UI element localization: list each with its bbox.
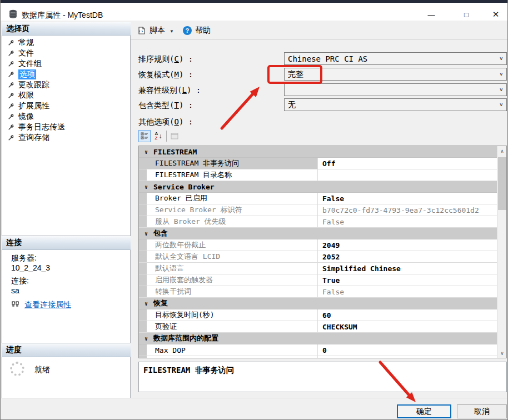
property-row[interactable]: FILESTREAM 非事务访问 Off — [139, 158, 497, 169]
clipped-row — [139, 356, 497, 358]
property-row[interactable]: 两位数年份截止 2049 — [139, 239, 497, 251]
property-row[interactable]: Service Broker 标识符 b70c72c0-fd73-4793-9e… — [139, 204, 497, 216]
progress-status: 就绪 — [34, 365, 50, 375]
wrench-icon — [8, 39, 14, 46]
collapse-icon[interactable]: ∨ — [139, 301, 153, 307]
sidebar-item-general[interactable]: 常规 — [2, 37, 130, 48]
close-button[interactable]: ✕ — [483, 6, 508, 23]
chevron-down-icon: ∨ — [499, 71, 503, 77]
divider — [1, 398, 508, 398]
category-row[interactable]: ∨ Service Broker — [139, 181, 497, 193]
wrench-icon — [8, 134, 14, 141]
containment-type-select[interactable]: 无 ∨ — [284, 98, 507, 111]
progress-header: 进度 — [2, 343, 131, 357]
property-pages-icon — [171, 133, 178, 139]
connection-value: sa — [11, 286, 130, 295]
sidebar-item-label: 镜像 — [18, 112, 34, 122]
script-button[interactable]: 脚本 — [150, 26, 165, 36]
title-bar: 数据库属性 - MyTestDB — □ ✕ — [1, 3, 508, 21]
property-row[interactable]: 默认全文语言 LCID 2052 — [139, 251, 497, 263]
sidebar-item-options[interactable]: 选项 — [2, 69, 130, 79]
server-value: 10_2_24_3 — [11, 263, 130, 272]
progress-panel: 就绪 — [2, 357, 131, 398]
collation-select[interactable]: Chinese_PRC_CI_AS ∨ — [284, 52, 507, 65]
collapse-icon[interactable]: ∨ — [139, 149, 153, 155]
cancel-button[interactable]: 取消 — [457, 404, 507, 418]
category-row[interactable]: ∨ 包含 — [139, 228, 497, 239]
sidebar-item-files[interactable]: 文件 — [2, 48, 130, 58]
wrench-icon — [8, 92, 14, 99]
chevron-down-icon: ∨ — [499, 102, 503, 107]
server-label: 服务器: — [11, 253, 130, 263]
chevron-down-icon: ∨ — [499, 87, 503, 92]
grid-scrollbar[interactable]: ∧ ∨ — [497, 146, 506, 358]
property-row[interactable]: 默认语言 Simplified Chinese — [139, 263, 497, 274]
chevron-down-icon: ∨ — [499, 56, 503, 61]
sidebar-item-filegroups[interactable]: 文件组 — [2, 58, 130, 69]
property-row[interactable]: Max DOP 0 — [139, 344, 497, 356]
connection-properties-icon — [11, 301, 20, 309]
alphabetical-sort-button[interactable]: AZ ↓ — [152, 130, 165, 142]
scroll-down-button[interactable]: ∨ — [497, 348, 507, 358]
category-row[interactable]: ∨ 恢复 — [139, 298, 497, 309]
wrench-icon — [8, 124, 14, 131]
sidebar-item-label: 更改跟踪 — [18, 80, 49, 90]
connection-label: 连接: — [11, 276, 130, 286]
database-icon — [8, 9, 18, 19]
sidebar-item-label: 文件 — [18, 48, 34, 58]
dialog-toolbar: 脚本 ▼ ? 帮助 — [131, 22, 508, 39]
property-row[interactable]: Broker 已启用 False — [139, 193, 497, 204]
category-row[interactable]: ∨ FILESTREAM — [139, 146, 497, 158]
wrench-icon — [8, 113, 14, 120]
connection-panel: 服务器: 10_2_24_3 连接: sa 查看连接属性 — [2, 250, 131, 343]
property-row[interactable]: 页验证 CHECKSUM — [139, 321, 497, 333]
recovery-model-select[interactable]: 完整 ∨ — [284, 68, 507, 81]
sidebar-item-extended-properties[interactable]: 扩展属性 — [2, 101, 130, 111]
scrollbar-thumb[interactable] — [498, 157, 506, 210]
sidebar-item-label: 常规 — [18, 38, 34, 48]
script-dropdown-icon[interactable]: ▼ — [170, 29, 174, 34]
sidebar-item-label: 文件组 — [18, 59, 42, 69]
property-row[interactable]: 目标恢复时间(秒) 60 — [139, 309, 497, 321]
collapse-icon[interactable]: ∨ — [139, 231, 153, 237]
collapse-icon[interactable]: ∨ — [139, 184, 153, 190]
window-title: 数据库属性 - MyTestDB — [22, 11, 103, 21]
database-properties-dialog: 数据库属性 - MyTestDB — □ ✕ 选择页 常规 文件 文件组 选项 … — [0, 0, 508, 420]
page-list: 常规 文件 文件组 选项 更改跟踪 权限 扩展属性 镜像 — [2, 36, 131, 236]
view-connection-properties-link[interactable]: 查看连接属性 — [24, 300, 71, 310]
sidebar-item-log-shipping[interactable]: 事务日志传送 — [2, 122, 130, 132]
categorized-view-button[interactable] — [138, 130, 151, 142]
sidebar-item-label: 选项 — [18, 69, 36, 79]
maximize-button[interactable]: □ — [454, 6, 479, 23]
wrench-icon — [8, 50, 14, 57]
ok-button[interactable]: 确定 — [397, 404, 451, 418]
compatibility-level-select[interactable]: ∨ — [284, 83, 507, 96]
help-icon: ? — [183, 26, 192, 35]
containment-type-label: 包含类型(T) : — [138, 101, 193, 111]
progress-spinner-icon — [10, 362, 24, 376]
sidebar-item-permissions[interactable]: 权限 — [2, 90, 130, 101]
property-grid: ∨ FILESTREAM FILESTREAM 非事务访问 Off FILEST… — [138, 146, 507, 358]
category-row[interactable]: ∨ 数据库范围内的配置 — [139, 333, 497, 344]
sidebar-item-change-tracking[interactable]: 更改跟踪 — [2, 79, 130, 90]
property-row[interactable]: FILESTREAM 目录名称 — [139, 169, 497, 181]
wrench-icon — [8, 61, 14, 67]
grid-toolbar: AZ ↓ — [138, 129, 205, 143]
sidebar-item-mirroring[interactable]: 镜像 — [2, 111, 130, 122]
help-button[interactable]: 帮助 — [195, 26, 211, 36]
property-pages-button — [168, 130, 181, 142]
toolbar-separator — [166, 131, 167, 142]
property-row[interactable]: 转换干扰词 False — [139, 286, 497, 298]
wrench-icon — [8, 103, 14, 109]
scroll-up-button[interactable]: ∧ — [497, 146, 507, 156]
property-row[interactable]: 启用嵌套的触发器 True — [139, 274, 497, 286]
sidebar-item-label: 权限 — [18, 91, 34, 101]
collapse-icon[interactable]: ∨ — [139, 336, 153, 342]
sidebar-item-query-store[interactable]: 查询存储 — [2, 132, 130, 143]
minimize-button[interactable]: — — [419, 6, 444, 23]
other-options-label: 其他选项(O) : — [138, 117, 193, 127]
sidebar-item-label: 查询存储 — [18, 133, 49, 143]
compatibility-level-label: 兼容性级别(L) : — [138, 86, 201, 96]
wrench-icon — [8, 71, 14, 78]
property-row[interactable]: 服从 Broker 优先级 False — [139, 216, 497, 228]
